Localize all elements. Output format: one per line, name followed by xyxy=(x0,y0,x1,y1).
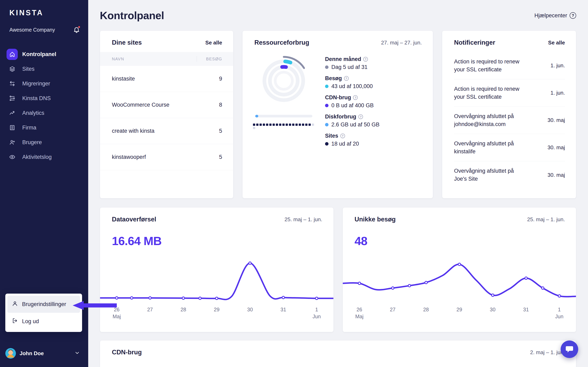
notification-item[interactable]: Action is required to renew your SSL cer… xyxy=(454,52,565,79)
usage-square xyxy=(295,124,298,126)
notification-item[interactable]: Overvågning afsluttet på Joe's Site30. m… xyxy=(454,161,565,189)
usersettings-icon xyxy=(12,300,18,308)
resources-date-range: 27. maj – 27. jun. xyxy=(381,40,422,46)
sidebar-item-activity[interactable]: Aktivitetslog xyxy=(0,150,88,164)
legend-dot xyxy=(325,85,329,88)
unique-visits-line-chart xyxy=(343,257,576,304)
sidebar-item-sites[interactable]: Sites xyxy=(0,62,88,76)
notification-date: 1. jun. xyxy=(550,62,565,69)
site-name: WooCommerce Course xyxy=(112,102,169,108)
usage-square xyxy=(263,124,265,126)
notifications-bell-icon[interactable] xyxy=(73,26,80,33)
legend-value: 0 B ud af 400 GB xyxy=(331,102,374,109)
usage-square xyxy=(309,124,311,126)
chat-icon xyxy=(565,345,574,354)
sidebar-item-company[interactable]: Firma xyxy=(0,120,88,135)
sites-icon xyxy=(7,63,18,75)
help-center-link[interactable]: Hjælpecenter ? xyxy=(534,12,576,19)
unique-visits-card: Unikke besøg 25. maj – 1. jun. 48 26Maj2… xyxy=(343,207,576,332)
notifications-see-all-link[interactable]: Se alle xyxy=(548,40,565,46)
x-axis-label: 1Jun xyxy=(555,306,563,320)
legend-dot xyxy=(325,66,329,69)
notification-item[interactable]: Overvågning afsluttet på kinstalife30. m… xyxy=(454,134,565,161)
notification-text: Action is required to renew your SSL cer… xyxy=(454,58,527,74)
usage-square xyxy=(269,124,272,126)
usage-square xyxy=(286,124,288,126)
legend-dot xyxy=(325,123,329,126)
usage-square xyxy=(282,124,285,126)
company-name: Awesome Company xyxy=(9,27,55,33)
sidebar-item-label: Analytics xyxy=(22,110,44,116)
disk-usage-fill xyxy=(255,115,258,117)
site-name: kinstawooperf xyxy=(112,154,146,160)
site-visits: 9 xyxy=(219,76,222,82)
sidebar-item-dashboard[interactable]: Kontrolpanel xyxy=(0,47,88,62)
x-axis-label: 31 xyxy=(523,306,529,313)
users-icon xyxy=(7,137,18,148)
table-row[interactable]: kinstasite9 xyxy=(100,66,233,92)
unique-visits-x-axis: 26Maj27282930311Jun xyxy=(343,306,576,323)
kinsta-logo: Kinsta xyxy=(9,8,88,17)
help-icon[interactable]: ? xyxy=(340,133,345,138)
x-axis-label: 30 xyxy=(490,306,495,313)
help-center-label: Hjælpecenter xyxy=(534,12,567,19)
table-row[interactable]: create with kinsta5 xyxy=(100,118,233,144)
annotation-arrow xyxy=(73,300,117,312)
avatar[interactable] xyxy=(5,348,16,359)
notifications-card-title: Notificeringer xyxy=(454,39,495,46)
usage-square xyxy=(279,124,281,126)
sidebar-item-label: Sites xyxy=(22,66,35,72)
data-transfer-card: Dataoverførsel 25. maj – 1. jun. 16.64 M… xyxy=(100,207,334,332)
usage-square xyxy=(276,124,278,126)
table-row[interactable]: WooCommerce Course8 xyxy=(100,92,233,118)
menu-item-usersettings[interactable]: Brugerindstillinger xyxy=(7,296,80,313)
x-axis-label: 29 xyxy=(214,306,219,313)
chevron-down-icon[interactable] xyxy=(74,350,80,357)
help-icon[interactable]: ? xyxy=(344,76,349,81)
notification-item[interactable]: Overvågning afsluttet på johndoe@kinsta.… xyxy=(454,107,565,134)
column-divider xyxy=(197,56,197,62)
x-axis-label: 30 xyxy=(247,306,253,313)
notification-text: Overvågning afsluttet på johndoe@kinsta.… xyxy=(454,112,527,128)
resources-legend: Denne måned?Dag 5 ud af 31Besøg?43 ud af… xyxy=(325,53,380,147)
user-name: John Doe xyxy=(20,350,44,357)
sidebar-item-dns[interactable]: Kinsta DNS xyxy=(0,91,88,106)
sites-card: Dine sites Se alle Navn Besøg kinstasite… xyxy=(100,31,233,198)
site-name: create with kinsta xyxy=(112,128,155,134)
analytics-icon xyxy=(7,108,18,119)
sites-card-title: Dine sites xyxy=(112,39,142,46)
x-axis-label: 28 xyxy=(181,306,186,313)
menu-item-logout[interactable]: Log ud xyxy=(7,313,80,330)
usage-square xyxy=(253,124,255,126)
x-axis-label: 1Jun xyxy=(312,306,321,320)
help-icon[interactable]: ? xyxy=(358,114,363,119)
sidebar-item-users[interactable]: Brugere xyxy=(0,135,88,150)
legend-item-disk: Diskforbrug?2.6 GB ud af 50 GB xyxy=(325,114,380,128)
legend-dot xyxy=(325,104,329,107)
legend-label: Denne måned xyxy=(325,56,361,62)
legend-label: CDN-brug xyxy=(325,94,351,101)
sites-see-all-link[interactable]: Se alle xyxy=(205,40,222,46)
sidebar-item-analytics[interactable]: Analytics xyxy=(0,106,88,120)
user-row[interactable]: John Doe xyxy=(0,345,88,362)
disk-usage-bar xyxy=(255,115,312,117)
x-axis-label: 27 xyxy=(390,306,396,313)
usage-square xyxy=(299,124,301,126)
help-icon[interactable]: ? xyxy=(363,57,368,62)
sidebar-item-migrations[interactable]: Migreringer xyxy=(0,76,88,91)
site-name: kinstasite xyxy=(112,76,135,82)
help-icon: ? xyxy=(570,12,576,19)
legend-value: Dag 5 ud af 31 xyxy=(331,64,367,70)
data-transfer-title: Dataoverførsel xyxy=(112,216,156,223)
help-icon[interactable]: ? xyxy=(353,95,358,100)
table-row[interactable]: kinstawooperf5 xyxy=(100,144,233,170)
notification-item[interactable]: Action is required to renew your SSL cer… xyxy=(454,79,565,107)
resources-card-title: Ressourceforbrug xyxy=(254,39,309,46)
user-menu-popup: BrugerindstillingerLog ud xyxy=(5,294,82,332)
sidebar-item-label: Kinsta DNS xyxy=(22,95,51,101)
menu-item-label: Log ud xyxy=(22,318,39,325)
chat-launcher-button[interactable] xyxy=(561,341,578,358)
legend-label: Besøg xyxy=(325,75,342,82)
legend-item-sites: Sites?18 ud af 20 xyxy=(325,133,380,147)
usage-square xyxy=(273,124,275,126)
